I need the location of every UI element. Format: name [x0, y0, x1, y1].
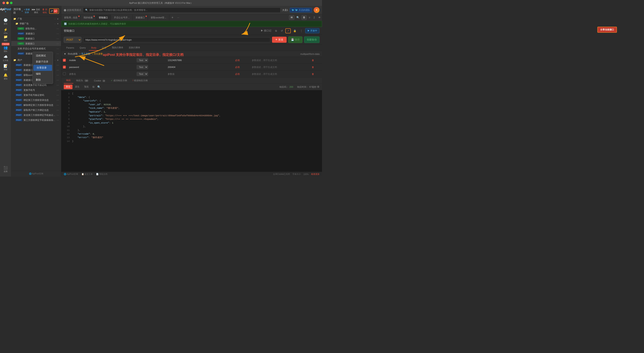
- folder-more-icon2[interactable]: ···: [54, 23, 56, 25]
- flow-test-button[interactable]: ▶▶ 流程测试: [31, 8, 40, 14]
- item-more-icon[interactable]: ···: [56, 78, 59, 82]
- item-more-icon[interactable]: ···: [56, 73, 59, 77]
- user-api-6[interactable]: POST 更换手机号 ···: [11, 88, 61, 93]
- param-password-value[interactable]: [168, 66, 232, 68]
- sidebar-item-notify[interactable]: 🔔 通知: [2, 73, 10, 81]
- method-select[interactable]: POST GET PUT DELETE: [64, 37, 82, 43]
- sub-tab-post-script[interactable]: 后执行脚本: [126, 45, 143, 51]
- tab-add-button[interactable]: +: [169, 14, 175, 21]
- api-item-get-user-info[interactable]: GET 获取用信... ···: [11, 26, 61, 31]
- item-more-icon[interactable]: ···: [56, 42, 59, 45]
- share-button[interactable]: ↗: [286, 29, 290, 33]
- recycle-button[interactable]: 🗑 回收站: [42, 8, 48, 14]
- help-docs-link[interactable]: 📄 帮助文档: [96, 173, 108, 176]
- tab-user-info[interactable]: 获取用...信息: [61, 15, 80, 21]
- user-avatar[interactable]: ✈: [314, 7, 320, 13]
- param-mobile-delete[interactable]: 🗑: [312, 59, 314, 62]
- search-toolbar-button[interactable]: 🔍: [295, 15, 301, 20]
- copy-button[interactable]: ⧉: [274, 29, 278, 33]
- item-more-icon[interactable]: ···: [56, 68, 59, 72]
- resp-tab-error-example[interactable]: ! 错误响应示例: [130, 78, 150, 83]
- skin-toggle-button[interactable]: ⬤ 皮肤/暗黑模式: [64, 9, 81, 12]
- param-mobile-name[interactable]: [69, 59, 133, 62]
- sub-tab-params[interactable]: Params: [64, 45, 77, 51]
- context-menu-edit[interactable]: 编辑: [32, 71, 53, 77]
- sidebar-share-active-icon[interactable]: ↩: [54, 9, 58, 13]
- sidebar-item-recent[interactable]: 🕐 最近: [2, 18, 10, 26]
- item-more-icon[interactable]: ···: [56, 98, 59, 102]
- h-format-button[interactable]: H: [289, 15, 294, 20]
- api-item-get-new2[interactable]: GET 新建接口 ···: [11, 36, 61, 41]
- resp-search-button[interactable]: 🔍: [96, 85, 102, 89]
- resp-format-raw[interactable]: 原生: [73, 85, 82, 89]
- item-more-icon[interactable]: ···: [56, 88, 59, 92]
- sidebar-item-team[interactable]: 👥 团队: [2, 45, 10, 53]
- resp-tab-cookie[interactable]: Cookie 4: [92, 78, 108, 83]
- resp-tab-headers[interactable]: 响应头 14: [74, 78, 91, 83]
- param-mobile-value[interactable]: [168, 59, 232, 62]
- import-params-button[interactable]: ↑ 导入参数: [79, 52, 90, 56]
- export-params-button[interactable]: ↓ 导出参数: [92, 52, 103, 56]
- tab-wechat[interactable]: 开启公众号开...: [111, 15, 133, 21]
- b-format-button[interactable]: B: [302, 15, 307, 20]
- apipost-website-bottom-link[interactable]: 🌐 ApiPost官网: [64, 173, 78, 176]
- context-menu-delete[interactable]: 删除: [32, 77, 53, 83]
- sidebar-item-apis[interactable]: ⚡ APIs: [2, 27, 10, 35]
- item-more-icon[interactable]: ···: [56, 113, 59, 117]
- check-update-link[interactable]: 检查更新: [311, 173, 320, 176]
- align-button[interactable]: ≡: [308, 15, 312, 20]
- param-mobile-type[interactable]: Text: [137, 58, 148, 62]
- item-more-icon[interactable]: ···: [56, 52, 59, 55]
- item-more-icon[interactable]: ···: [56, 32, 59, 35]
- new-dir-button[interactable]: + + 新建目录: [22, 8, 30, 14]
- create-backup-button[interactable]: 创建备份: [304, 37, 320, 43]
- submit-ticket-link[interactable]: 📋 提交工单: [82, 173, 93, 176]
- maximize-button[interactable]: [10, 2, 12, 4]
- user-api-10[interactable]: POST 获取用户第三方绑定信息 ···: [11, 108, 61, 113]
- param-password-delete[interactable]: 🗑: [312, 66, 314, 68]
- user-api-9[interactable]: POST 解除绑定第三方授权登录信息 ···: [11, 103, 61, 108]
- param-empty-checkbox[interactable]: [63, 72, 66, 75]
- interface-doc-button[interactable]: ▶ 接口记: [260, 28, 273, 33]
- item-more-icon[interactable]: ···: [56, 37, 59, 40]
- sidebar-item-cloud[interactable]: ☁️ 云大使: [2, 54, 10, 63]
- param-password-type[interactable]: Text: [137, 65, 148, 69]
- more-settings-button[interactable]: ⋮: [299, 29, 304, 33]
- send-button[interactable]: ✈ 发送: [272, 37, 286, 43]
- item-more-icon[interactable]: ···: [56, 27, 59, 30]
- lock-button[interactable]: 🔒: [292, 29, 298, 33]
- search-box[interactable]: 🔍 搜索当前团队下的项目/接口/以及帮助文档、技术博客等...: [83, 8, 280, 13]
- param-empty-delete[interactable]: 🗑: [312, 73, 314, 75]
- item-more-icon[interactable]: ···: [56, 118, 59, 122]
- tab-favorites[interactable]: 我的收藏: [80, 15, 96, 21]
- api-item-doc[interactable]: 文档 开启公众号开发者模式 ···: [11, 46, 61, 51]
- user-api-7[interactable]: POST 更换手机号验证密码 ···: [11, 93, 61, 98]
- url-input[interactable]: [83, 37, 270, 42]
- item-more-icon[interactable]: ···: [56, 108, 59, 112]
- item-more-icon[interactable]: ···: [56, 93, 59, 97]
- minimize-button[interactable]: [6, 2, 9, 4]
- user-api-8[interactable]: POST 绑定第三方授权登录信息 ···: [11, 98, 61, 103]
- sub-tab-query[interactable]: Query: [77, 45, 88, 51]
- resp-copy-button[interactable]: ⧉: [91, 85, 96, 89]
- resp-format-preview[interactable]: 预览: [82, 85, 91, 89]
- folder-more-icon[interactable]: ···: [54, 18, 56, 20]
- sub-tab-auth[interactable]: 认证: [99, 45, 109, 51]
- param-password-checkbox[interactable]: ✓: [63, 66, 66, 69]
- item-more-icon[interactable]: ···: [56, 83, 59, 87]
- resp-settings-button[interactable]: ⚙: [317, 85, 320, 88]
- team-button[interactable]: 🐦 🐦 天启的团队: [290, 8, 312, 13]
- user-api-11[interactable]: POST 发送第三方授权绑定手机验证... ···: [11, 113, 61, 118]
- param-empty-value[interactable]: [168, 73, 232, 75]
- folder-popup-ads[interactable]: 📁 弹窗广告 ··· ▼: [11, 21, 61, 26]
- tab-socket[interactable]: 获取socket登...: [148, 15, 169, 21]
- param-password-name[interactable]: [69, 66, 133, 68]
- context-menu-flow-test[interactable]: 流程测试: [32, 53, 53, 59]
- close-button[interactable]: [2, 2, 5, 4]
- sub-tab-body[interactable]: Body: [89, 45, 99, 51]
- item-more-icon[interactable]: ···: [56, 63, 59, 67]
- api-item-get-new3[interactable]: GET 新建接口 ···: [11, 41, 61, 46]
- body-section-toggle[interactable]: ▼: [64, 53, 66, 56]
- resp-format-beautify[interactable]: 美化: [64, 85, 72, 89]
- refresh-button[interactable]: ↺: [280, 29, 284, 33]
